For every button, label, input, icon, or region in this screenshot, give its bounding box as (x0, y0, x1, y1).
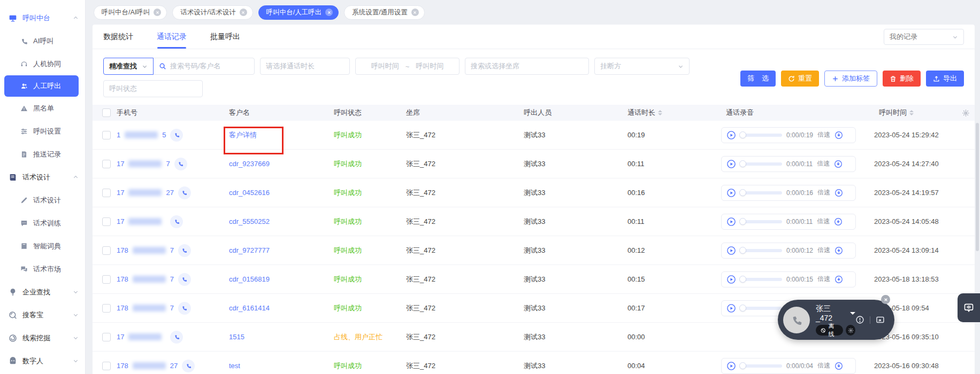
info-icon[interactable] (855, 315, 864, 324)
speed-button[interactable]: 倍速 (817, 361, 830, 370)
call-phone-icon[interactable] (170, 215, 183, 228)
audio-progress-knob[interactable] (739, 247, 746, 254)
row-checkbox[interactable] (102, 304, 111, 313)
sort-icon[interactable] (909, 110, 914, 115)
row-checkbox[interactable] (102, 246, 111, 255)
download-icon[interactable] (834, 275, 843, 284)
add-tag-button[interactable]: 添加标签 (824, 71, 877, 87)
sidebar-item-smart-dict[interactable]: 智能词典 (0, 235, 85, 258)
speed-button[interactable]: 倍速 (817, 159, 830, 168)
audio-progress-knob[interactable] (739, 218, 746, 225)
speed-button[interactable]: 倍速 (817, 246, 830, 255)
sidebar-item-manual-outbound[interactable]: 人工呼出 (4, 75, 79, 97)
speed-button[interactable]: 倍速 (817, 188, 830, 197)
sidebar-group-lead-mining[interactable]: 线索挖掘 (0, 326, 85, 349)
audio-progress-knob[interactable] (739, 276, 746, 283)
customer-link[interactable]: 客户详情 (229, 131, 257, 139)
row-checkbox[interactable] (102, 160, 111, 168)
speed-button[interactable]: 倍速 (817, 217, 830, 226)
row-checkbox[interactable] (102, 362, 111, 370)
row-checkbox[interactable] (102, 189, 111, 197)
audio-progress-track[interactable] (740, 162, 782, 166)
audio-progress-knob[interactable] (739, 189, 746, 196)
download-icon[interactable] (834, 131, 843, 139)
reset-button[interactable]: 重置 (781, 71, 819, 87)
call-phone-icon[interactable] (178, 186, 191, 199)
sidebar-item-call-settings[interactable]: 呼叫设置 (0, 120, 85, 143)
sidebar-group-digital-human[interactable]: 数字人 (0, 349, 85, 372)
agent-settings-button[interactable] (846, 325, 855, 336)
sidebar-group-call-center[interactable]: 呼叫中台 (0, 6, 85, 29)
screen-popup-icon[interactable] (876, 315, 885, 324)
audio-progress-knob[interactable] (739, 160, 746, 167)
agent-name-menu[interactable]: 张三_472 (816, 304, 855, 322)
sidebar-group-company-search[interactable]: 企业查找 (0, 280, 85, 303)
call-phone-icon[interactable] (178, 302, 191, 315)
audio-progress-knob[interactable] (739, 131, 746, 138)
audio-progress-track[interactable] (740, 134, 782, 137)
speed-button[interactable]: 倍速 (817, 275, 830, 284)
audio-progress-track[interactable] (740, 249, 782, 252)
audio-progress-knob[interactable] (739, 362, 746, 369)
export-button[interactable]: 导出 (926, 71, 964, 87)
record-scope-select[interactable]: 我的记录 (884, 29, 964, 45)
row-checkbox[interactable] (102, 275, 111, 284)
download-icon[interactable] (834, 362, 843, 370)
hangup-party-select[interactable]: 挂断方 (594, 58, 690, 75)
agent-status-badge[interactable]: 离线 (816, 325, 843, 336)
play-icon[interactable] (726, 130, 736, 140)
play-icon[interactable] (726, 246, 736, 255)
download-icon[interactable] (834, 217, 843, 226)
sidebar-item-script-training[interactable]: 话术训练 (0, 212, 85, 235)
call-phone-icon[interactable] (178, 244, 191, 257)
customer-link[interactable]: cdr_6161414 (229, 304, 270, 312)
play-icon[interactable] (726, 303, 736, 313)
close-icon[interactable] (154, 9, 161, 16)
customer-link[interactable]: 1515 (229, 333, 244, 341)
close-icon[interactable] (411, 9, 419, 16)
call-phone-icon[interactable] (174, 158, 187, 170)
play-icon[interactable] (726, 159, 736, 169)
play-icon[interactable] (726, 188, 736, 198)
row-checkbox[interactable] (102, 217, 111, 226)
audio-progress-track[interactable] (740, 220, 782, 223)
tab-1[interactable]: 通话记录 (157, 25, 187, 49)
workspace-tag-1[interactable]: 话术设计/话术设计 (172, 5, 252, 20)
audio-progress-track[interactable] (740, 278, 782, 281)
customer-link[interactable]: cdr_9727777 (229, 246, 270, 254)
call-phone-icon[interactable] (178, 273, 191, 286)
speed-button[interactable]: 倍速 (817, 130, 830, 139)
customer-link[interactable]: test (229, 362, 240, 370)
call-phone-icon[interactable] (170, 129, 183, 142)
workspace-tag-0[interactable]: 呼叫中台/AI呼叫 (94, 5, 167, 20)
filter-button[interactable]: 筛 选 (740, 71, 776, 87)
sidebar-item-human-machine[interactable]: 人机协同 (0, 52, 85, 75)
agent-select[interactable]: 搜索或选择坐席 (465, 58, 589, 75)
customer-link[interactable]: cdr_0452616 (229, 189, 270, 197)
audio-progress-track[interactable] (740, 364, 782, 368)
tab-0[interactable]: 数据统计 (103, 25, 133, 49)
audio-progress-track[interactable] (740, 307, 782, 310)
table-settings-gear-icon[interactable] (956, 109, 975, 117)
assistant-dock-button[interactable] (958, 293, 980, 322)
play-icon[interactable] (726, 275, 736, 284)
close-icon[interactable] (240, 9, 247, 16)
customer-link[interactable]: cdr_9237669 (229, 160, 270, 168)
sidebar-item-script-market[interactable]: 话术市场 (0, 258, 85, 280)
workspace-tag-2[interactable]: 呼叫中台/人工呼出 (258, 5, 339, 20)
sidebar-group-soukebao[interactable]: 搜客宝 (0, 303, 85, 326)
tab-2[interactable]: 批量呼出 (210, 25, 240, 49)
delete-button[interactable]: 删除 (883, 71, 921, 87)
customer-link[interactable]: cdr_0156819 (229, 275, 270, 283)
search-mode-select[interactable]: 精准查找 (103, 58, 154, 75)
row-checkbox[interactable] (102, 333, 111, 341)
call-phone-icon[interactable] (182, 360, 195, 372)
download-icon[interactable] (834, 189, 843, 197)
download-icon[interactable] (834, 246, 843, 255)
sidebar-item-push-records[interactable]: 推送记录 (0, 143, 85, 166)
audio-progress-knob[interactable] (739, 305, 746, 311)
agent-widget[interactable]: 张三_472 离线 (778, 300, 894, 340)
close-icon[interactable] (325, 9, 333, 16)
sidebar-item-blacklist[interactable]: 黑名单 (0, 97, 85, 120)
play-icon[interactable] (726, 361, 736, 371)
